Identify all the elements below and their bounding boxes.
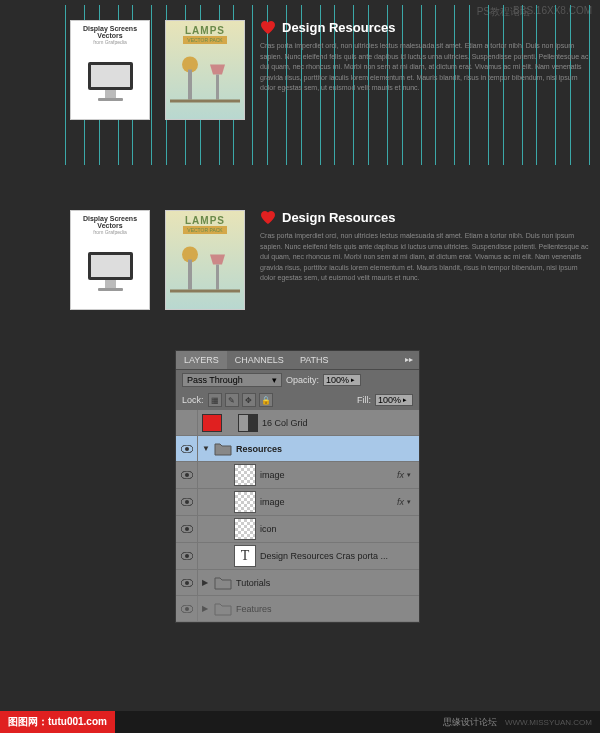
layer-row[interactable]: 16 Col Grid (176, 410, 419, 436)
card-subtitle: from Grafpedia (75, 229, 145, 235)
footer-mid: 思缘设计论坛 (443, 716, 505, 729)
blend-row: Pass Through▾ Opacity: 100%▸ (176, 370, 419, 390)
layer-name: Tutorials (236, 578, 270, 588)
heart-icon (260, 211, 276, 225)
layers-list: 16 Col Grid ▼ Resources image fx▾ (176, 410, 419, 622)
section-heading: Design Resources (282, 20, 395, 35)
svg-point-19 (185, 473, 189, 477)
disclosure-icon[interactable]: ▼ (202, 444, 210, 453)
lock-transparency-icon[interactable]: ▦ (208, 393, 222, 407)
section-with-grid: Display Screens Vectors from Grafpedia L… (0, 5, 600, 165)
layer-row[interactable]: ▼ Resources (176, 436, 419, 462)
lock-all-icon[interactable]: 🔒 (259, 393, 273, 407)
lock-row: Lock: ▦ ✎ ✥ 🔒 Fill: 100%▸ (176, 390, 419, 410)
display-card: Display Screens Vectors from Grafpedia (70, 210, 150, 310)
disclosure-icon[interactable]: ▶ (202, 578, 210, 587)
tab-paths[interactable]: PATHS (292, 351, 337, 369)
svg-rect-11 (98, 288, 123, 291)
svg-point-25 (185, 554, 189, 558)
display-card: Display Screens Vectors from Grafpedia (70, 20, 150, 120)
layer-row[interactable]: icon (176, 516, 419, 543)
section-no-grid: Display Screens Vectors from Grafpedia L… (0, 195, 600, 355)
text-block: Design Resources Cras porta imperdiet or… (260, 20, 590, 120)
monitor-icon (75, 238, 145, 305)
svg-point-29 (185, 607, 189, 611)
opacity-input[interactable]: 100%▸ (323, 374, 361, 386)
svg-rect-5 (188, 70, 192, 100)
blend-mode-select[interactable]: Pass Through▾ (182, 373, 282, 387)
tab-layers[interactable]: LAYERS (176, 351, 227, 369)
card-title: Display Screens Vectors (75, 25, 145, 39)
visibility-toggle[interactable] (176, 516, 198, 542)
svg-rect-10 (105, 280, 116, 288)
layer-row[interactable]: image fx▾ (176, 489, 419, 516)
layer-thumb (234, 464, 256, 486)
lamps-card: LAMPS VECTOR PACK (165, 210, 245, 310)
fill-label: Fill: (357, 395, 371, 405)
section-heading: Design Resources (282, 210, 395, 225)
layer-name: image (260, 470, 285, 480)
visibility-toggle[interactable] (176, 570, 198, 595)
tab-channels[interactable]: CHANNELS (227, 351, 292, 369)
visibility-toggle[interactable] (176, 410, 198, 435)
panel-menu-icon[interactable]: ▸▸ (399, 351, 419, 369)
color-swatch (202, 414, 222, 432)
opacity-label: Opacity: (286, 375, 319, 385)
content-row: Display Screens Vectors from Grafpedia L… (70, 20, 590, 120)
layer-name: Features (236, 604, 272, 614)
layer-thumb (234, 518, 256, 540)
visibility-toggle[interactable] (176, 436, 198, 461)
lamps-graphic (170, 234, 240, 305)
layer-name: image (260, 497, 285, 507)
text-layer-thumb: T (234, 545, 256, 567)
layers-panel: LAYERS CHANNELS PATHS ▸▸ Pass Through▾ O… (175, 350, 420, 623)
svg-point-17 (185, 447, 189, 451)
svg-rect-6 (216, 75, 219, 100)
fx-indicator[interactable]: fx▾ (397, 497, 415, 507)
svg-rect-14 (216, 265, 219, 290)
lock-position-icon[interactable]: ✥ (242, 393, 256, 407)
content-row: Display Screens Vectors from Grafpedia L… (70, 210, 590, 310)
card-subtitle: VECTOR PACK (183, 36, 226, 44)
panel-tabs: LAYERS CHANNELS PATHS ▸▸ (176, 351, 419, 370)
layer-name: Design Resources Cras porta ... (260, 551, 388, 561)
svg-rect-15 (170, 290, 240, 293)
layer-thumb (234, 491, 256, 513)
visibility-toggle[interactable] (176, 462, 198, 488)
card-title: Display Screens Vectors (75, 215, 145, 229)
svg-rect-9 (91, 255, 130, 277)
layer-row[interactable]: ▶ Tutorials (176, 570, 419, 596)
layer-name: icon (260, 524, 277, 534)
svg-point-21 (185, 500, 189, 504)
folder-icon (214, 442, 232, 456)
card-title: LAMPS (170, 215, 240, 226)
visibility-toggle[interactable] (176, 596, 198, 621)
footer-brand: 图图网：tutu001.com (0, 711, 115, 733)
mask-thumb (238, 414, 258, 432)
layer-name: 16 Col Grid (262, 418, 308, 428)
svg-rect-7 (170, 100, 240, 103)
folder-icon (214, 602, 232, 616)
svg-point-23 (185, 527, 189, 531)
fx-indicator[interactable]: fx▾ (397, 470, 415, 480)
card-title: LAMPS (170, 25, 240, 36)
heart-icon (260, 21, 276, 35)
lock-pixels-icon[interactable]: ✎ (225, 393, 239, 407)
svg-rect-13 (188, 260, 192, 290)
fill-input[interactable]: 100%▸ (375, 394, 413, 406)
visibility-toggle[interactable] (176, 489, 198, 515)
layer-row[interactable]: image fx▾ (176, 462, 419, 489)
card-subtitle: from Grafpedia (75, 39, 145, 45)
visibility-toggle[interactable] (176, 543, 198, 569)
card-subtitle: VECTOR PACK (183, 226, 226, 234)
svg-rect-3 (98, 98, 123, 101)
svg-rect-1 (91, 65, 130, 87)
svg-rect-2 (105, 90, 116, 98)
layer-row[interactable]: ▶ Features (176, 596, 419, 622)
body-text: Cras porta imperdiet orci, non ultricies… (260, 41, 590, 94)
body-text: Cras porta imperdiet orci, non ultricies… (260, 231, 590, 284)
text-block: Design Resources Cras porta imperdiet or… (260, 210, 590, 310)
folder-icon (214, 576, 232, 590)
layer-row[interactable]: T Design Resources Cras porta ... (176, 543, 419, 570)
disclosure-icon[interactable]: ▶ (202, 604, 210, 613)
